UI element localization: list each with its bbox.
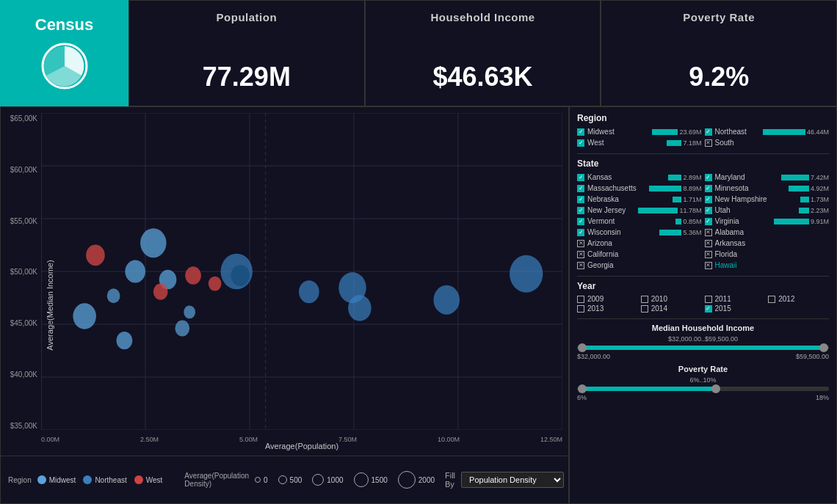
year-2013-checkbox[interactable] xyxy=(577,305,584,313)
filter-alabama[interactable]: ✕ Alabama xyxy=(705,227,830,237)
filter-wisconsin[interactable]: ✓ Wisconsin 5.36M xyxy=(577,227,702,237)
georgia-name: Georgia xyxy=(587,261,702,269)
wisconsin-bar xyxy=(659,230,681,235)
nebraska-checkbox[interactable]: ✓ xyxy=(577,196,584,203)
year-2014-checkbox[interactable] xyxy=(641,305,648,313)
region-legend: Region Midwest Northeast West xyxy=(8,475,170,484)
year-filter: Year 2009 2010 2011 2012 xyxy=(577,281,829,313)
california-checkbox[interactable]: ✕ xyxy=(577,251,584,258)
kansas-bar-wrap: 2.89M xyxy=(668,174,701,181)
income-min-label: $32,000.00 xyxy=(577,353,610,360)
filter-arkansas[interactable]: ✕ Arkansas xyxy=(705,238,830,248)
filter-maryland[interactable]: ✓ Maryland 7.42M xyxy=(705,172,830,182)
georgia-checkbox[interactable]: ✕ xyxy=(577,262,584,269)
maryland-name: Maryland xyxy=(715,173,778,181)
filter-northeast[interactable]: ✓ Northeast 46.44M xyxy=(705,127,830,136)
filter-west[interactable]: ✓ West 7.18M xyxy=(577,138,702,147)
hawaii-checkbox[interactable]: ✕ xyxy=(705,262,712,269)
income-handle-left[interactable] xyxy=(578,343,587,352)
svg-point-20 xyxy=(107,288,120,303)
filter-utah[interactable]: ✓ Utah 2.23M xyxy=(705,205,830,215)
population-value: 77.29M xyxy=(203,62,291,92)
fill-by-label: Fill By xyxy=(445,471,455,489)
massachusetts-name: Massachusetts xyxy=(587,184,646,192)
virginia-checkbox[interactable]: ✓ xyxy=(705,218,712,225)
west-dot xyxy=(134,475,143,484)
west-bar-wrap: 7.18M xyxy=(667,139,701,147)
alabama-name: Alabama xyxy=(715,228,830,236)
y-tick-1: $40,00K xyxy=(1,370,41,379)
y-tick-3: $50,00K xyxy=(1,268,41,276)
west-checkbox[interactable]: ✓ xyxy=(577,139,584,147)
year-2015-checkbox[interactable]: ✓ xyxy=(705,305,712,313)
wisconsin-checkbox[interactable]: ✓ xyxy=(577,229,584,236)
poverty-slider-track[interactable] xyxy=(577,387,829,391)
filter-georgia[interactable]: ✕ Georgia xyxy=(577,260,702,270)
arkansas-checkbox[interactable]: ✕ xyxy=(705,240,712,247)
year-2012[interactable]: 2012 xyxy=(768,295,829,303)
region-legend-title: Region xyxy=(8,476,32,484)
new-hampshire-checkbox[interactable]: ✓ xyxy=(705,196,712,203)
filter-california[interactable]: ✕ California xyxy=(577,249,702,259)
y-tick-2: $45,00K xyxy=(1,319,41,327)
massachusetts-checkbox[interactable]: ✓ xyxy=(577,185,584,192)
nebraska-value: 1.71M xyxy=(683,196,701,203)
fill-by-select[interactable]: Population Density xyxy=(461,472,564,488)
filter-kansas[interactable]: ✓ Kansas 2.89M xyxy=(577,172,702,182)
filter-minnesota[interactable]: ✓ Minnesota 4.92M xyxy=(705,183,830,193)
filter-vermont[interactable]: ✓ Vermont 0.85M xyxy=(577,216,702,226)
filter-arizona[interactable]: ✕ Arizona xyxy=(577,238,702,248)
state-filter-title: State xyxy=(577,158,829,169)
year-2014-label: 2014 xyxy=(651,304,667,313)
utah-checkbox[interactable]: ✓ xyxy=(705,207,712,214)
vermont-checkbox[interactable]: ✓ xyxy=(577,218,584,225)
income-handle-right[interactable] xyxy=(819,343,828,352)
density-legend-title: Average(Population Density) xyxy=(184,472,249,488)
year-2011-checkbox[interactable] xyxy=(705,296,712,303)
year-2009[interactable]: 2009 xyxy=(577,295,638,303)
year-2011[interactable]: 2011 xyxy=(705,295,766,303)
year-2010-checkbox[interactable] xyxy=(641,296,648,303)
maryland-checkbox[interactable]: ✓ xyxy=(705,174,712,181)
midwest-checkbox[interactable]: ✓ xyxy=(577,128,584,136)
year-2012-checkbox[interactable] xyxy=(768,296,775,303)
northeast-bar xyxy=(763,129,805,135)
year-2009-label: 2009 xyxy=(587,295,604,303)
filter-south[interactable]: ✕ South xyxy=(705,138,830,147)
alabama-checkbox[interactable]: ✕ xyxy=(705,229,712,236)
size-circle-500 xyxy=(278,475,287,484)
chart-legend: Region Midwest Northeast West Average(Po… xyxy=(1,456,568,503)
south-checkbox[interactable]: ✕ xyxy=(705,139,712,147)
year-2009-checkbox[interactable] xyxy=(577,296,584,303)
income-slider-track[interactable] xyxy=(577,346,829,350)
filter-hawaii[interactable]: ✕ Hawaii xyxy=(705,260,830,270)
minnesota-checkbox[interactable]: ✓ xyxy=(705,185,712,192)
filter-massachusetts[interactable]: ✓ Massachusetts 8.89M xyxy=(577,183,702,193)
filter-new-jersey[interactable]: ✓ New Jersey 11.78M xyxy=(577,205,702,215)
region-filter-title: Region xyxy=(577,113,829,123)
minnesota-bar xyxy=(789,186,809,191)
arizona-checkbox[interactable]: ✕ xyxy=(577,240,584,247)
year-2015[interactable]: ✓ 2015 xyxy=(705,304,766,313)
kansas-checkbox[interactable]: ✓ xyxy=(577,174,584,181)
northeast-checkbox[interactable]: ✓ xyxy=(705,128,712,136)
year-2010[interactable]: 2010 xyxy=(641,295,702,303)
filter-new-hampshire[interactable]: ✓ New Hampshire 1.73M xyxy=(705,194,830,204)
year-2014[interactable]: 2014 xyxy=(641,304,702,313)
florida-checkbox[interactable]: ✕ xyxy=(705,251,712,258)
filter-nebraska[interactable]: ✓ Nebraska 1.71M xyxy=(577,194,702,204)
logo-box: Census xyxy=(0,0,128,106)
year-2015-label: 2015 xyxy=(715,304,731,313)
year-2013[interactable]: 2013 xyxy=(577,304,638,313)
maryland-bar xyxy=(781,175,809,180)
poverty-handle-left[interactable] xyxy=(578,384,587,393)
new-jersey-checkbox[interactable]: ✓ xyxy=(577,207,584,214)
poverty-handle-right[interactable] xyxy=(711,384,720,393)
filter-florida[interactable]: ✕ Florida xyxy=(705,249,830,259)
y-tick-6: $65,00K xyxy=(1,114,41,123)
legend-midwest: Midwest xyxy=(37,475,76,484)
filter-midwest[interactable]: ✓ Midwest 23.69M xyxy=(577,127,702,136)
new-jersey-name: New Jersey xyxy=(587,206,635,214)
arizona-name: Arizona xyxy=(587,239,702,247)
filter-virginia[interactable]: ✓ Virginia 9.91M xyxy=(705,216,830,226)
